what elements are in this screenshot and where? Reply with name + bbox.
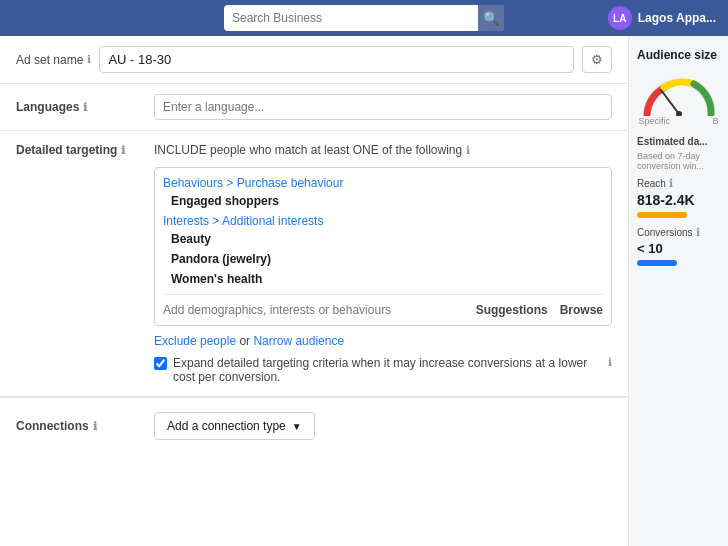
- main-layout: Ad set name ℹ ⚙ Languages ℹ Detailed tar…: [0, 36, 728, 546]
- gauge-specific-label: Specific: [639, 116, 671, 126]
- languages-info-icon[interactable]: ℹ: [83, 101, 87, 114]
- exclude-row: Exclude people or Narrow audience: [154, 334, 612, 348]
- estimated-note: Based on 7-day conversion win...: [637, 151, 720, 171]
- chevron-down-icon: ▼: [292, 421, 302, 432]
- suggestions-button[interactable]: Suggestions: [476, 303, 548, 317]
- brand-name: Lagos Appa...: [638, 11, 716, 25]
- connections-section: Connections ℹ Add a connection type ▼: [0, 397, 628, 454]
- language-input[interactable]: [154, 94, 612, 120]
- content-area: Ad set name ℹ ⚙ Languages ℹ Detailed tar…: [0, 36, 628, 546]
- estimated-title: Estimated da...: [637, 136, 720, 147]
- browse-button[interactable]: Browse: [560, 303, 603, 317]
- conversions-bar: [637, 260, 677, 266]
- add-targeting-row: Suggestions Browse: [163, 294, 603, 317]
- targeting-label: Detailed targeting ℹ: [16, 143, 146, 157]
- interest-link[interactable]: Interests > Additional interests: [163, 214, 603, 228]
- svg-line-0: [661, 90, 679, 114]
- interest-item-pandora: Pandora (jewelry): [163, 250, 603, 268]
- targeting-include-info-icon[interactable]: ℹ: [466, 144, 470, 157]
- reach-info-icon[interactable]: ℹ: [669, 177, 673, 190]
- targeting-info-icon[interactable]: ℹ: [121, 144, 125, 157]
- targeting-section: Detailed targeting ℹ INCLUDE people who …: [0, 131, 628, 397]
- add-connection-type-button[interactable]: Add a connection type ▼: [154, 412, 315, 440]
- connections-info-icon[interactable]: ℹ: [93, 420, 97, 433]
- ad-set-name-input[interactable]: [99, 46, 574, 73]
- connections-label: Connections ℹ: [16, 419, 146, 433]
- reach-bar: [637, 212, 687, 218]
- expand-label-text: Expand detailed targeting criteria when …: [173, 356, 602, 384]
- languages-label: Languages ℹ: [16, 94, 146, 114]
- interest-item-beauty: Beauty: [163, 230, 603, 248]
- expand-info-icon[interactable]: ℹ: [608, 356, 612, 369]
- or-text: or: [239, 334, 253, 348]
- estimated-section: Estimated da... Based on 7-day conversio…: [637, 136, 720, 266]
- conversions-value: < 10: [637, 241, 720, 256]
- behaviour-item: Engaged shoppers: [163, 192, 603, 210]
- add-targeting-btns: Suggestions Browse: [476, 303, 603, 317]
- gauge-container: Specific B: [637, 70, 720, 126]
- reach-value: 818-2.4K: [637, 192, 720, 208]
- audience-gauge: [639, 70, 719, 116]
- audience-size-title: Audience size: [637, 48, 720, 62]
- ad-set-label: Ad set name ℹ: [16, 53, 91, 67]
- add-targeting-input[interactable]: [163, 303, 476, 317]
- ad-set-info-icon[interactable]: ℹ: [87, 53, 91, 66]
- brand-badge: LA Lagos Appa...: [608, 6, 716, 30]
- right-sidebar: Audience size Specific B: [628, 36, 728, 546]
- conversions-label: Conversions ℹ: [637, 226, 720, 239]
- targeting-include-text: INCLUDE people who match at least ONE of…: [154, 143, 470, 157]
- narrow-link[interactable]: Narrow audience: [253, 334, 344, 348]
- targeting-header: Detailed targeting ℹ INCLUDE people who …: [16, 143, 612, 157]
- conversions-info-icon[interactable]: ℹ: [696, 226, 700, 239]
- search-bar: 🔍: [224, 5, 504, 31]
- languages-section: Languages ℹ: [0, 84, 628, 131]
- gauge-labels: Specific B: [639, 116, 719, 126]
- reach-label: Reach ℹ: [637, 177, 720, 190]
- ad-set-name-row: Ad set name ℹ ⚙: [0, 36, 628, 84]
- search-input[interactable]: [232, 11, 472, 25]
- behaviour-link[interactable]: Behaviours > Purchase behaviour: [163, 176, 603, 190]
- exclude-link[interactable]: Exclude people: [154, 334, 236, 348]
- gauge-broad-label: B: [712, 116, 718, 126]
- top-nav: 🔍 LA Lagos Appa...: [0, 0, 728, 36]
- ad-set-name-text: Ad set name: [16, 53, 83, 67]
- interest-item-womens: Women's health: [163, 270, 603, 288]
- targeting-box: Behaviours > Purchase behaviour Engaged …: [154, 167, 612, 326]
- avatar: LA: [608, 6, 632, 30]
- expand-checkbox[interactable]: [154, 357, 167, 370]
- expand-row: Expand detailed targeting criteria when …: [154, 356, 612, 384]
- gear-button[interactable]: ⚙: [582, 46, 612, 73]
- search-button[interactable]: 🔍: [478, 5, 504, 31]
